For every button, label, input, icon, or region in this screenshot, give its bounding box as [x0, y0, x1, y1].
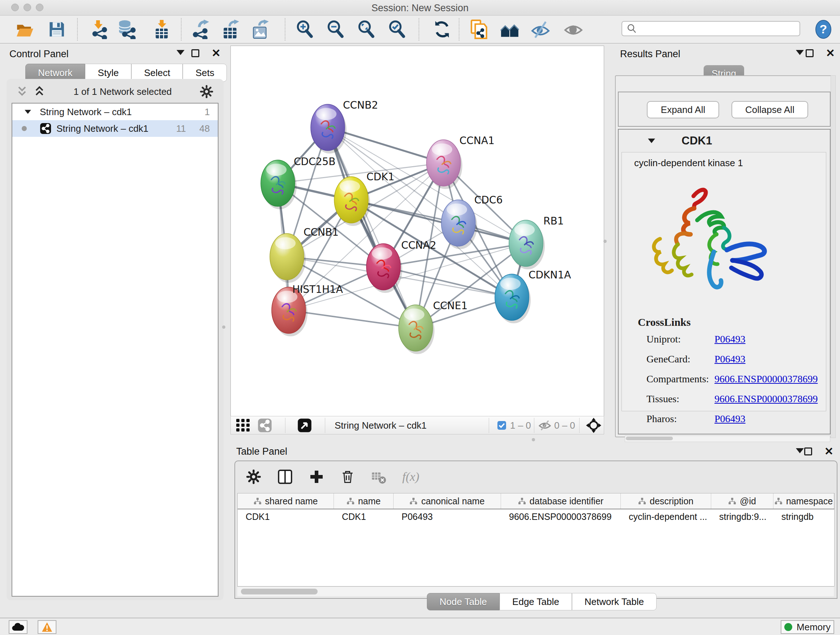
collection-expand-icon[interactable] — [25, 110, 31, 114]
warnings-button[interactable] — [38, 620, 57, 634]
table-cell[interactable]: stringdb:9... — [711, 509, 774, 524]
network-node-ccnb2[interactable]: CCNB2 — [311, 99, 378, 154]
network-edge[interactable] — [351, 200, 526, 243]
network-edge[interactable] — [289, 310, 416, 328]
create-column-icon[interactable] — [309, 469, 324, 485]
network-view-type-icon[interactable] — [257, 418, 272, 432]
table-panel: Table Panel ✕ — [233, 445, 840, 615]
zoom-out-icon[interactable] — [325, 19, 345, 39]
table-options-gear-icon[interactable] — [246, 469, 261, 485]
crosslink-value-link[interactable]: P06493 — [714, 353, 745, 364]
selected-checkbox-icon[interactable] — [497, 421, 507, 430]
column-header-namespace[interactable]: namespace — [774, 494, 834, 509]
import-network-database-icon[interactable] — [117, 19, 136, 39]
zoom-in-icon[interactable] — [295, 19, 314, 39]
export-network-icon[interactable] — [191, 19, 210, 39]
panel-menu-icon[interactable] — [796, 50, 804, 55]
cdk1-collapse-icon[interactable] — [648, 139, 655, 143]
panel-menu-icon[interactable] — [796, 448, 804, 453]
string-results-box: Expand All Collapse All CDK1 cyclin-depe… — [615, 75, 834, 437]
crosslink-value-link[interactable]: 9606.ENSP00000378699 — [714, 393, 818, 404]
search-input[interactable] — [638, 23, 799, 34]
function-builder-icon[interactable]: f(x) — [402, 470, 419, 484]
column-header-description[interactable]: description — [621, 494, 711, 509]
collapse-all-icon[interactable] — [16, 86, 28, 98]
network-node-cdc25b[interactable]: CDC25B — [261, 156, 336, 209]
help-icon[interactable]: ? — [815, 19, 832, 39]
zoom-selected-icon[interactable] — [387, 19, 407, 39]
network-options-gear-icon[interactable] — [200, 85, 213, 98]
network-node-ccne1[interactable]: CCNE1 — [399, 300, 468, 354]
crosslink-value-link[interactable]: P06493 — [714, 413, 745, 424]
table-cell[interactable]: CDK1 — [238, 509, 334, 524]
show-eye-icon[interactable] — [564, 19, 583, 39]
grid-view-icon[interactable] — [236, 418, 250, 432]
table-cell[interactable]: P06493 — [393, 509, 501, 524]
network-node-cdk1[interactable]: CDK1 — [334, 171, 394, 226]
clone-network-icon[interactable] — [469, 19, 489, 39]
close-panel-icon[interactable]: ✕ — [826, 49, 835, 57]
import-table-icon[interactable] — [152, 19, 172, 39]
crosslink-value-link[interactable]: 9606.ENSP00000378699 — [714, 373, 818, 385]
show-columns-icon[interactable] — [277, 469, 293, 485]
tab-network-table[interactable]: Network Table — [572, 593, 657, 610]
svg-text:?: ? — [820, 22, 827, 36]
network-collection-row[interactable]: String Network – cdk1 1 — [12, 103, 218, 120]
bottom-splitter-handle[interactable] — [532, 438, 535, 441]
crosslink-value-link[interactable]: P06493 — [714, 333, 745, 345]
float-panel-icon[interactable] — [804, 448, 812, 455]
network-row[interactable]: String Network – cdk1 11 48 — [12, 120, 218, 137]
table-row[interactable]: CDK1CDK1P064939606.ENSP00000378699cyclin… — [238, 509, 834, 524]
network-edge[interactable] — [328, 127, 416, 328]
save-session-icon[interactable] — [47, 19, 66, 39]
close-panel-icon[interactable]: ✕ — [212, 49, 221, 57]
table-cell[interactable]: CDK1 — [334, 509, 393, 524]
table-cell[interactable]: 9606.ENSP00000378699 — [501, 509, 621, 524]
column-header-database-identifier[interactable]: database identifier — [501, 494, 621, 509]
open-session-icon[interactable] — [15, 19, 35, 39]
results-vertical-scrollbar[interactable] — [831, 75, 836, 438]
memory-button[interactable]: Memory — [781, 620, 834, 634]
app-store-button[interactable] — [9, 620, 27, 634]
fit-selection-icon[interactable] — [586, 418, 601, 433]
delete-column-icon[interactable] — [340, 469, 355, 485]
column-header-canonical-name[interactable]: canonical name — [393, 494, 501, 509]
birdseye-view-icon[interactable] — [297, 418, 312, 432]
delete-table-icon[interactable] — [371, 469, 386, 485]
network-node-rb1[interactable]: RB1 — [509, 215, 564, 269]
column-header--id[interactable]: @id — [711, 494, 774, 509]
table-cell[interactable]: cyclin-dependent ... — [621, 509, 711, 524]
hidden-elements-icon[interactable] — [538, 420, 551, 431]
close-panel-icon[interactable]: ✕ — [824, 448, 834, 455]
panel-menu-icon[interactable] — [177, 50, 185, 55]
network-node-ccna1[interactable]: CCNA1 — [426, 135, 494, 189]
import-network-icon[interactable] — [88, 19, 108, 39]
export-image-icon[interactable] — [250, 19, 270, 39]
column-header-shared-name[interactable]: shared name — [238, 494, 334, 509]
home-panels-icon[interactable] — [500, 19, 519, 39]
network-node-ccnb1[interactable]: CCNB1 — [270, 226, 339, 283]
export-table-icon[interactable] — [221, 19, 240, 39]
refresh-icon[interactable] — [432, 19, 452, 39]
right-splitter-handle[interactable] — [603, 240, 607, 243]
collapse-all-button[interactable]: Collapse All — [731, 101, 808, 119]
network-canvas[interactable]: CCNB2CCNA1CDC25BCDK1CDC6RB1CCNB1CCNA2CDK… — [231, 46, 604, 416]
float-panel-icon[interactable] — [806, 49, 813, 57]
tab-edge-table[interactable]: Edge Table — [500, 593, 572, 610]
network-node-cdkn1a[interactable]: CDKN1A — [495, 269, 571, 323]
column-header-name[interactable]: name — [334, 494, 393, 509]
table-cell[interactable]: stringdb — [774, 509, 834, 524]
float-panel-icon[interactable] — [191, 49, 199, 57]
results-horizontal-scrollbar[interactable] — [625, 435, 830, 442]
table-toolbar: f(x) — [235, 461, 837, 492]
node-label: CCNA1 — [459, 135, 494, 147]
table-tabs: Node TableEdge TableNetwork Table — [427, 593, 657, 610]
hide-eye-icon[interactable] — [531, 19, 550, 39]
left-splitter-handle[interactable] — [222, 325, 225, 329]
zoom-fit-icon[interactable] — [356, 19, 376, 39]
network-node-hist1h1a[interactable]: HIST1H1A — [272, 283, 343, 336]
expand-all-icon[interactable] — [33, 86, 46, 98]
expand-all-button[interactable]: Expand All — [647, 101, 719, 119]
tab-node-table[interactable]: Node Table — [427, 593, 500, 610]
network-node-cdc6[interactable]: CDC6 — [441, 194, 502, 249]
